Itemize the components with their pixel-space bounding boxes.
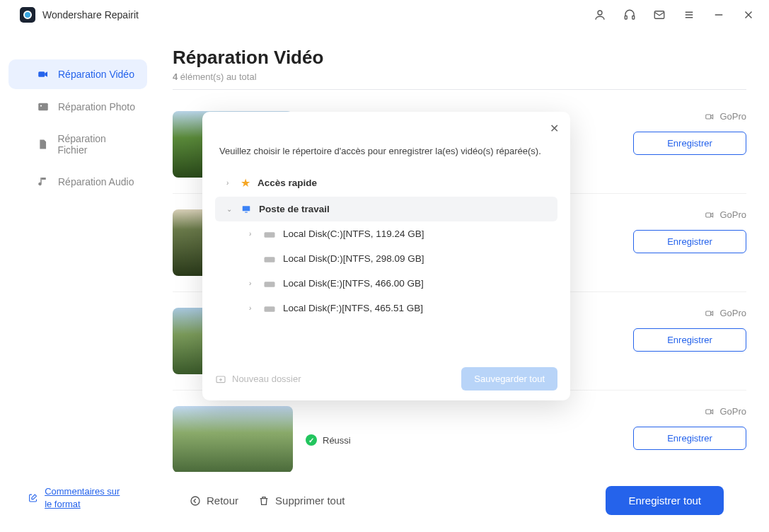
folder-plus-icon xyxy=(215,374,226,385)
video-thumbnail[interactable] xyxy=(173,406,293,472)
save-button[interactable]: Enregistrer xyxy=(633,328,746,352)
headset-icon[interactable] xyxy=(623,8,636,21)
minimize-icon[interactable] xyxy=(712,8,725,21)
monitor-icon xyxy=(241,204,252,214)
svg-rect-13 xyxy=(42,178,46,180)
delete-all-button[interactable]: Supprimer tout xyxy=(258,495,345,507)
save-all-button[interactable]: Enregistrer tout xyxy=(606,486,724,515)
app-logo xyxy=(20,7,35,23)
audio-icon xyxy=(37,175,50,188)
device-tag: GoPro xyxy=(704,308,746,318)
app-title: Wondershare Repairit xyxy=(42,9,139,21)
bottom-bar: Retour Supprimer tout Enregistrer tout xyxy=(173,472,746,532)
back-button[interactable]: Retour xyxy=(190,495,238,507)
tree-disk[interactable]: › Local Disk(D:)[NTFS, 298.09 GB] xyxy=(215,246,557,271)
svg-rect-2 xyxy=(632,16,635,20)
svg-rect-11 xyxy=(38,103,48,111)
svg-rect-17 xyxy=(706,410,711,414)
sidebar-item-label: Réparation Fichier xyxy=(57,133,136,156)
svg-rect-19 xyxy=(243,206,250,211)
save-button[interactable]: Enregistrer xyxy=(633,132,746,155)
chevron-right-icon: › xyxy=(249,304,256,312)
disk-icon xyxy=(263,230,276,238)
video-item: Réussi GoPro Enregistrer xyxy=(173,391,746,472)
page-title: Réparation Vidéo xyxy=(173,47,746,69)
menu-icon[interactable] xyxy=(683,8,695,21)
directory-tree: › ★ Accès rapide ⌄ Poste de travail › Lo… xyxy=(215,169,557,320)
tree-disk[interactable]: › Local Disk(E:)[NTFS, 466.00 GB] xyxy=(215,271,557,296)
tree-quick-access[interactable]: › ★ Accès rapide xyxy=(215,169,557,197)
camera-icon xyxy=(704,112,715,122)
tree-workstation[interactable]: ⌄ Poste de travail xyxy=(215,197,557,221)
chevron-right-icon: › xyxy=(226,179,233,187)
sidebar-item-video-repair[interactable]: Réparation Vidéo xyxy=(8,59,147,89)
video-camera-icon xyxy=(37,68,50,81)
svg-point-12 xyxy=(40,105,42,106)
save-directory-modal: ✕ Veuillez choisir le répertoire d'accès… xyxy=(202,112,570,400)
svg-rect-24 xyxy=(265,306,275,312)
device-tag: GoPro xyxy=(704,406,746,417)
divider xyxy=(173,89,746,90)
disk-icon xyxy=(263,279,276,288)
svg-rect-20 xyxy=(245,212,248,212)
camera-icon xyxy=(704,210,715,220)
sidebar-item-label: Réparation Audio xyxy=(58,176,134,187)
device-tag: GoPro xyxy=(704,209,746,220)
save-button[interactable]: Enregistrer xyxy=(633,230,746,253)
modal-instruction: Veuillez choisir le répertoire d'accès p… xyxy=(215,125,557,169)
svg-rect-14 xyxy=(706,115,711,119)
new-folder-button[interactable]: Nouveau dossier xyxy=(215,374,301,385)
check-icon xyxy=(306,434,317,446)
svg-rect-21 xyxy=(265,232,275,238)
disk-icon xyxy=(263,304,276,313)
svg-point-0 xyxy=(598,11,602,15)
tree-disk[interactable]: › Local Disk(F:)[NTFS, 465.51 GB] xyxy=(215,296,557,320)
trash-icon xyxy=(258,495,270,507)
disk-icon xyxy=(263,255,276,263)
svg-rect-22 xyxy=(265,257,275,262)
svg-rect-1 xyxy=(625,16,627,20)
sidebar: Réparation Vidéo Réparation Photo Répara… xyxy=(0,30,156,532)
back-arrow-icon xyxy=(190,495,201,507)
share-icon xyxy=(28,492,37,504)
svg-rect-10 xyxy=(38,71,45,77)
tree-disk[interactable]: › Local Disk(C:)[NTFS, 119.24 GB] xyxy=(215,221,557,246)
sidebar-item-audio-repair[interactable]: Réparation Audio xyxy=(8,167,147,197)
svg-point-18 xyxy=(191,497,200,505)
svg-rect-16 xyxy=(706,311,711,316)
sidebar-item-file-repair[interactable]: Réparation Fichier xyxy=(8,125,147,164)
titlebar: Wondershare Repairit xyxy=(0,0,769,30)
camera-icon xyxy=(704,308,715,318)
svg-rect-23 xyxy=(265,282,275,287)
photo-icon xyxy=(37,100,50,113)
chevron-right-icon: › xyxy=(249,279,256,287)
sidebar-footer: Commentaires sur le format xyxy=(0,474,156,532)
user-icon[interactable] xyxy=(594,8,606,21)
close-icon[interactable] xyxy=(742,8,755,21)
camera-icon xyxy=(704,407,715,417)
device-tag: GoPro xyxy=(704,111,746,122)
modal-save-all-button[interactable]: Sauvegarder tout xyxy=(461,367,557,391)
modal-close-icon[interactable]: ✕ xyxy=(550,122,559,135)
svg-rect-15 xyxy=(706,213,711,217)
sidebar-item-label: Réparation Vidéo xyxy=(58,69,134,80)
chevron-down-icon: ⌄ xyxy=(226,205,233,213)
star-icon: ★ xyxy=(241,176,250,190)
chevron-right-icon: › xyxy=(249,230,256,238)
save-button[interactable]: Enregistrer xyxy=(633,427,746,450)
page-subtitle: 4 élément(s) au total xyxy=(173,71,746,82)
sidebar-item-label: Réparation Photo xyxy=(58,101,135,112)
file-icon xyxy=(37,138,49,151)
mail-icon[interactable] xyxy=(653,8,666,21)
status-text: Réussi xyxy=(323,435,351,446)
sidebar-item-photo-repair[interactable]: Réparation Photo xyxy=(8,92,147,122)
format-feedback-link[interactable]: Commentaires sur le format xyxy=(45,485,127,511)
